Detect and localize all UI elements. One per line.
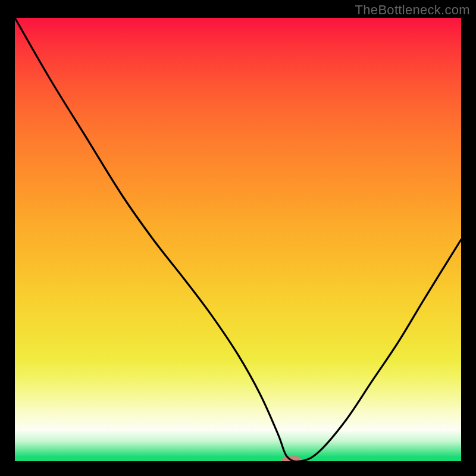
plot-area xyxy=(15,18,461,461)
bottleneck-curve-path xyxy=(15,18,461,461)
watermark-text: TheBottleneck.com xyxy=(355,2,470,18)
bottleneck-curve-svg xyxy=(15,18,461,461)
chart-frame: TheBottleneck.com xyxy=(0,0,476,476)
